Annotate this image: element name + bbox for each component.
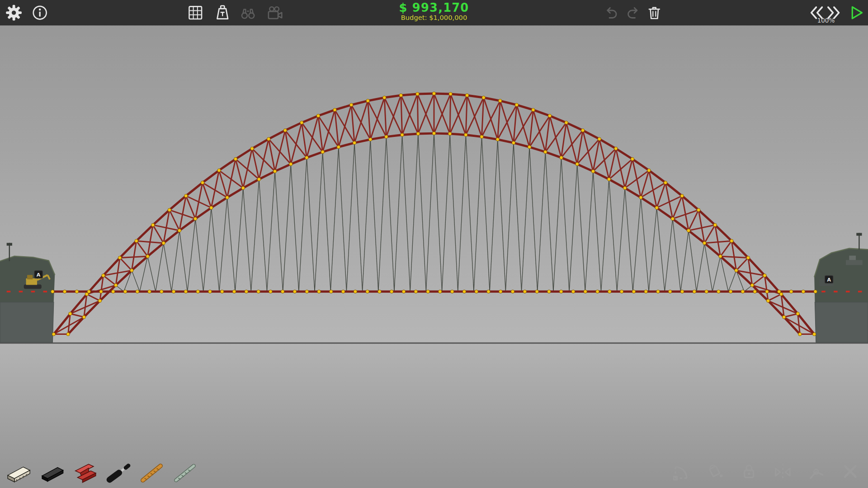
material-rope-button[interactable] <box>136 459 166 487</box>
lock-icon <box>738 461 760 482</box>
redo-icon <box>625 5 640 21</box>
delete-all-button[interactable] <box>646 5 663 21</box>
checkpoint-flag-right: A <box>825 276 833 283</box>
arc-spline-tool-button[interactable] <box>670 460 693 483</box>
material-road-button[interactable] <box>3 459 33 487</box>
steel-material-icon <box>71 460 99 486</box>
playback-speed: 100% <box>809 17 842 24</box>
undo-button[interactable] <box>604 5 619 21</box>
hydraulics-material-icon <box>104 460 133 486</box>
settings-button[interactable] <box>5 3 24 22</box>
undo-icon <box>604 5 619 21</box>
svg-text:A: A <box>37 272 41 278</box>
current-funds: $ 993,170 <box>340 1 528 14</box>
grid-icon <box>187 5 204 21</box>
material-steel-button[interactable] <box>70 459 100 487</box>
svg-text:A: A <box>827 277 831 283</box>
delete-tool-button[interactable] <box>839 460 861 483</box>
cable-material-icon <box>170 460 199 486</box>
play-icon <box>848 4 865 22</box>
info-button[interactable] <box>32 5 48 21</box>
play-simulation-button[interactable] <box>848 4 865 22</box>
test-weight-icon <box>214 4 231 22</box>
material-hydraulics-button[interactable] <box>103 459 133 487</box>
checkpoint-flag-left: A <box>34 271 42 278</box>
background <box>0 0 868 488</box>
rope-material-icon <box>137 460 166 486</box>
tool-palette <box>670 460 861 483</box>
close-x-icon <box>840 461 861 482</box>
paint-fill-tool-button[interactable] <box>704 460 726 483</box>
preview-button[interactable] <box>238 5 258 22</box>
info-icon <box>32 5 48 21</box>
split-joint-icon <box>806 461 827 482</box>
game-stage: AA <box>0 0 868 488</box>
redo-button[interactable] <box>625 5 640 21</box>
scene-canvas[interactable]: AA <box>0 0 868 488</box>
gear-icon <box>5 3 24 22</box>
replay-button[interactable] <box>266 5 284 22</box>
mirror-icon <box>772 461 793 482</box>
load-test-button[interactable] <box>214 4 231 22</box>
grid-toggle-button[interactable] <box>187 5 204 21</box>
split-joint-tool-button[interactable] <box>806 460 828 483</box>
funds-display: $ 993,170 Budget: $1,000,000 <box>340 1 528 21</box>
top-bar: $ 993,170 Budget: $1,000,000 <box>0 0 868 25</box>
material-palette <box>3 459 200 487</box>
binoculars-icon <box>238 5 258 22</box>
budget-label: Budget: $1,000,000 <box>340 14 528 22</box>
paint-bucket-icon <box>705 461 726 482</box>
camera-icon <box>266 5 284 22</box>
road-material-icon <box>4 460 33 486</box>
lock-tool-button[interactable] <box>738 460 760 483</box>
wood-material-icon <box>38 460 66 486</box>
material-wood-button[interactable] <box>37 459 67 487</box>
material-cable-button[interactable] <box>170 459 200 487</box>
trash-icon <box>646 5 663 21</box>
arc-tool-icon <box>671 461 692 482</box>
mirror-flip-tool-button[interactable] <box>772 460 794 483</box>
